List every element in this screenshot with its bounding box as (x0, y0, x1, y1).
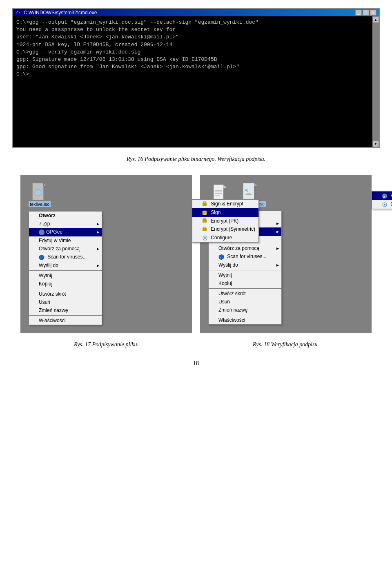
menu-otwórz-za-17[interactable]: Otwórz za pomocą (29, 245, 102, 253)
menu-utwórz-17[interactable]: Utwórz skrót (29, 290, 102, 298)
menu-edytuj-17[interactable]: Edytuj w Vimie (29, 236, 102, 245)
page-number: 18 (0, 360, 392, 367)
svg-text:g: g (383, 194, 385, 198)
svg-text:!: ! (40, 256, 41, 260)
svg-point-19 (204, 237, 206, 239)
configure-icon-18 (382, 201, 390, 207)
menu-kopiuj-17[interactable]: Kopiuj (29, 280, 102, 288)
svg-rect-22 (214, 185, 223, 200)
file-icon-18b: sig (243, 183, 258, 200)
svg-point-35 (384, 204, 385, 205)
close-button[interactable]: ✕ (370, 10, 376, 16)
cmd-line6: C:\>gpg --verify egzamin_wyniki.doc.sig (16, 49, 369, 56)
cmd-line4: 1024-bit DSA key, ID E170D45B, created 2… (16, 41, 369, 49)
menu-wyślij-17[interactable]: Wyślij do (29, 261, 102, 270)
submenu-sign-encrypt[interactable]: Sign & Encrypt (192, 200, 258, 208)
submenu-encrypt-pk[interactable]: Encrypt (PK) (192, 217, 258, 225)
separator1-17 (29, 270, 102, 271)
menu-właściwości-17[interactable]: Właściwości (29, 316, 102, 325)
menu-7zip-17[interactable]: 7-Zip (29, 220, 102, 228)
submenu-verify-decrypt[interactable]: g Verify/Decrypt (372, 192, 392, 200)
gpgee-icon-17 (39, 229, 45, 235)
cmd-line10: C:\>_ (16, 71, 369, 78)
separator3-18 (209, 315, 281, 315)
submenu-configure-18[interactable]: Configure (372, 200, 392, 209)
sign-icon (202, 209, 211, 215)
file-icon-area-17: texlive.iso (29, 183, 51, 207)
separator3-17 (29, 315, 102, 316)
verify-decrypt-icon: g (382, 193, 390, 198)
menu-wytnij-17[interactable]: Wytnij (29, 272, 102, 280)
menu-otwórz-za-18[interactable]: Otwórz za pomocą (209, 244, 281, 252)
svg-text:sig: sig (245, 188, 248, 192)
caption-fig18: Rys. 18 Weryfikacja podpisu. (200, 341, 372, 348)
submenu-18: g Verify/Decrypt Configure (372, 191, 392, 209)
cmd-titlebar: C:\ C:\WINDOWS\system32\cmd.exe _ □ ✕ (13, 9, 379, 16)
shield-icon-18: ! (218, 254, 227, 259)
sign-encrypt-icon (202, 201, 211, 207)
cmd-window: C:\ C:\WINDOWS\system32\cmd.exe _ □ ✕ C:… (12, 8, 380, 148)
caption-fig17: Rys. 17 Podpisywanie pliku. (20, 341, 192, 348)
maximize-button[interactable]: □ (363, 10, 369, 16)
cmd-line1: C:\>gpg --output "egzamin_wyniki.doc.sig… (16, 19, 369, 26)
menu-gpgee-17[interactable]: GPGee (29, 228, 102, 236)
cmd-line3: user: "Jan Kowalski <Janek> <jan.kowalsk… (16, 33, 369, 41)
svg-marker-23 (223, 185, 227, 188)
menu-usuń-17[interactable]: Usuń (29, 298, 102, 306)
separator1-18 (209, 270, 281, 270)
menu-wytnij-18[interactable]: Wytnij (209, 271, 281, 279)
svg-text:C:\: C:\ (16, 11, 21, 15)
cmd-line8: gpg: Good signature from "Jan Kowalski <… (16, 63, 369, 71)
menu-scan-18[interactable]: ! Scan for viruses... (209, 252, 281, 261)
captions-row: Rys. 17 Podpisywanie pliku. Rys. 18 Wery… (0, 341, 392, 348)
cmd-line7: gpg: Signature made 12/17/06 13:01:38 us… (16, 56, 369, 63)
submenu-17: Sign & Encrypt Sign (192, 199, 259, 243)
submenu-encrypt-sym[interactable]: Encrypt (Symmetric) (192, 225, 258, 234)
svg-marker-29 (254, 183, 258, 186)
separator2-17 (29, 289, 102, 289)
menu-wyślij-18[interactable]: Wyślij do (209, 261, 281, 269)
context-menu-17-container: Otwórz 7-Zip GPGee Edytuj w Vimie Otwórz… (29, 211, 102, 325)
cmd-icon: C:\ (16, 10, 21, 16)
menu-scan-17[interactable]: ! Scan for viruses... (29, 253, 102, 261)
file-icon-18a (214, 185, 227, 200)
menu-właściwości-18[interactable]: Właściwości (209, 316, 281, 324)
menu-zmień-17[interactable]: Zmień nazwę (29, 306, 102, 314)
file-label-17: texlive.iso (29, 201, 51, 207)
submenu-sign[interactable]: Sign (192, 208, 258, 217)
fig17-screenshot: texlive.iso Otwórz 7-Zip GPGee Edytuj w … (20, 175, 192, 333)
separator2-18 (209, 288, 281, 289)
encrypt-pk-icon (202, 218, 211, 224)
menu-zmień-18[interactable]: Zmień nazwę (209, 306, 281, 314)
cmd-title: C:\WINDOWS\system32\cmd.exe (24, 10, 97, 16)
scroll-down-button[interactable]: ▼ (372, 140, 379, 147)
configure-icon-17 (202, 235, 211, 241)
file-icon-17 (32, 183, 47, 200)
cmd-output: C:\>gpg --output "egzamin_wyniki.doc.sig… (13, 16, 372, 147)
file-icon-wrapper-17: texlive.iso (29, 183, 51, 207)
scroll-track (372, 23, 379, 140)
menu-otwórz-17[interactable]: Otwórz (29, 212, 102, 220)
fig18-screenshot: autentyk.txt sig autentyk.txt.asc Ot (200, 175, 372, 333)
svg-text:!: ! (220, 256, 221, 259)
submenu-configure-17[interactable]: Configure (192, 234, 258, 242)
screenshots-row: texlive.iso Otwórz 7-Zip GPGee Edytuj w … (0, 175, 392, 333)
menu-usuń-18[interactable]: Usuń (209, 298, 281, 306)
scrollbar[interactable]: ▲ ▼ (372, 16, 379, 147)
caption-fig16: Rys. 16 Podpisywanie pliku binarnego. We… (0, 156, 392, 163)
cmd-buttons: _ □ ✕ (355, 10, 376, 16)
encrypt-sym-icon (202, 226, 211, 232)
scroll-up-button[interactable]: ▲ (372, 16, 379, 23)
svg-point-6 (37, 192, 39, 194)
shield-icon-17: ! (39, 254, 47, 260)
menu-utwórz-18[interactable]: Utwórz skrót (209, 290, 281, 298)
minimize-button[interactable]: _ (355, 10, 362, 16)
context-menu-17: Otwórz 7-Zip GPGee Edytuj w Vimie Otwórz… (29, 211, 102, 325)
menu-kopiuj-18[interactable]: Kopiuj (209, 279, 281, 287)
cmd-line2: You need a passphrase to unlock the secr… (16, 26, 369, 33)
